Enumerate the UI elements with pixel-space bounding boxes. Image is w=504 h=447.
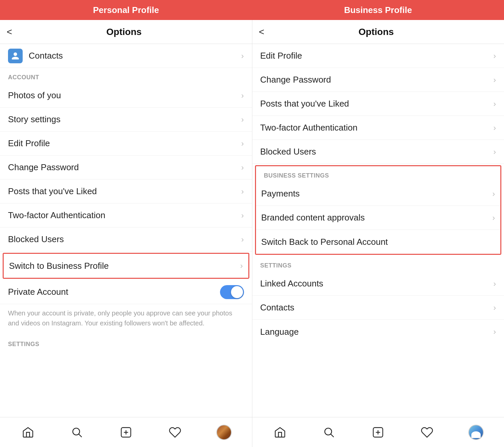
payments-chevron: › [492, 189, 495, 199]
business-two-factor-item[interactable]: Two-factor Authentication › [252, 116, 504, 140]
payments-item[interactable]: Payments › [256, 182, 501, 206]
edit-profile-chevron: › [241, 139, 244, 148]
posts-liked-chevron: › [241, 187, 244, 196]
posts-liked-item[interactable]: Posts that you've Liked › [0, 180, 252, 204]
business-settings-box: BUSINESS SETTINGS Payments › Branded con… [255, 165, 502, 255]
linked-accounts-chevron: › [493, 279, 496, 288]
business-search-nav[interactable] [320, 424, 338, 441]
business-scroll: Edit Profile › Change Password › Posts t… [252, 44, 504, 417]
home-icon [22, 426, 34, 439]
business-section-label: BUSINESS SETTINGS [256, 166, 501, 182]
business-two-factor-label: Two-factor Authentication [260, 123, 494, 133]
business-edit-profile-item[interactable]: Edit Profile › [252, 44, 504, 68]
payments-label: Payments [261, 189, 493, 199]
business-header: < Options [252, 20, 504, 44]
business-add-nav[interactable] [369, 424, 387, 441]
private-account-toggle[interactable] [220, 285, 244, 299]
business-home-icon [274, 426, 286, 439]
business-contacts-label: Contacts [260, 302, 494, 313]
change-password-item[interactable]: Change Password › [0, 156, 252, 180]
personal-scroll: Contacts › ACCOUNT Photos of you › Story… [0, 44, 252, 417]
business-posts-liked-label: Posts that you've Liked [260, 99, 494, 109]
search-icon [71, 426, 83, 439]
photos-of-you-chevron: › [241, 91, 244, 100]
business-nav [252, 417, 504, 447]
personal-search-nav[interactable] [68, 424, 86, 441]
business-profile-nav[interactable] [467, 424, 485, 441]
contacts-label: Contacts [29, 51, 241, 61]
switch-business-label: Switch to Business Profile [9, 261, 240, 271]
business-avatar [468, 425, 484, 440]
personal-nav [0, 417, 252, 447]
story-settings-item[interactable]: Story settings › [0, 108, 252, 132]
personal-title: Options [17, 27, 230, 37]
business-change-password-label: Change Password [260, 75, 494, 85]
heart-icon [169, 426, 181, 439]
personal-add-nav[interactable] [117, 424, 135, 441]
main-panels: < Options Contacts › ACCOUNT Photos of y… [0, 20, 504, 417]
business-panel: < Options Edit Profile › Change Password… [252, 20, 504, 417]
business-blocked-users-item[interactable]: Blocked Users › [252, 140, 504, 164]
language-item[interactable]: Language › [252, 320, 504, 344]
business-tab[interactable]: Business Profile [252, 0, 504, 20]
blocked-users-item[interactable]: Blocked Users › [0, 227, 252, 251]
business-blocked-users-label: Blocked Users [260, 147, 494, 157]
settings-section-label: SETTINGS [0, 335, 252, 350]
business-change-password-chevron: › [493, 75, 496, 85]
change-password-chevron: › [241, 163, 244, 172]
switch-personal-item[interactable]: Switch Back to Personal Account [256, 230, 501, 254]
personal-heart-nav[interactable] [166, 424, 184, 441]
business-blocked-users-chevron: › [493, 147, 496, 157]
edit-profile-item[interactable]: Edit Profile › [0, 132, 252, 156]
two-factor-chevron: › [241, 211, 244, 220]
contacts-chevron: › [241, 51, 244, 61]
bottom-nav [0, 417, 504, 447]
personal-back-arrow[interactable]: < [7, 27, 12, 37]
add-icon [120, 426, 132, 439]
personal-tab-label: Personal Profile [93, 5, 159, 15]
personal-avatar [216, 425, 232, 440]
switch-business-chevron: › [240, 261, 243, 270]
language-chevron: › [493, 327, 496, 336]
switch-business-item[interactable]: Switch to Business Profile › [4, 254, 248, 278]
blocked-users-chevron: › [241, 235, 244, 244]
story-settings-label: Story settings [8, 114, 241, 125]
edit-profile-label: Edit Profile [8, 138, 241, 149]
svg-line-1 [79, 434, 82, 437]
personal-panel: < Options Contacts › ACCOUNT Photos of y… [0, 20, 252, 417]
business-change-password-item[interactable]: Change Password › [252, 68, 504, 92]
language-label: Language [260, 327, 494, 337]
two-factor-item[interactable]: Two-factor Authentication › [0, 204, 252, 227]
svg-line-6 [331, 434, 334, 437]
switch-personal-label: Switch Back to Personal Account [261, 237, 495, 247]
branded-content-label: Branded content approvals [261, 213, 493, 223]
business-posts-liked-item[interactable]: Posts that you've Liked › [252, 92, 504, 116]
personal-home-nav[interactable] [19, 424, 37, 441]
business-contacts-item[interactable]: Contacts › [252, 296, 504, 320]
branded-content-chevron: › [492, 213, 495, 223]
business-heart-nav[interactable] [418, 424, 436, 441]
private-account-row: Private Account [0, 280, 252, 304]
business-edit-profile-label: Edit Profile [260, 51, 494, 61]
personal-tab[interactable]: Personal Profile [0, 0, 252, 20]
business-posts-liked-chevron: › [493, 99, 496, 109]
contacts-item[interactable]: Contacts › [0, 44, 252, 68]
business-back-arrow[interactable]: < [259, 27, 264, 37]
business-title: Options [270, 27, 483, 37]
linked-accounts-item[interactable]: Linked Accounts › [252, 272, 504, 296]
personal-profile-nav[interactable] [215, 424, 233, 441]
business-add-icon [372, 426, 384, 439]
blocked-users-label: Blocked Users [8, 234, 241, 244]
photos-of-you-item[interactable]: Photos of you › [0, 84, 252, 108]
business-home-nav[interactable] [271, 424, 289, 441]
top-tabs: Personal Profile Business Profile [0, 0, 504, 20]
svg-point-5 [325, 428, 332, 435]
two-factor-label: Two-factor Authentication [8, 210, 241, 221]
personal-header: < Options [0, 20, 252, 44]
business-two-factor-chevron: › [493, 123, 496, 133]
switch-business-highlight: Switch to Business Profile › [3, 253, 249, 279]
business-settings-section-label: SETTINGS [252, 256, 504, 272]
branded-content-item[interactable]: Branded content approvals › [256, 206, 501, 230]
business-heart-icon [421, 426, 433, 439]
svg-point-0 [73, 428, 80, 435]
